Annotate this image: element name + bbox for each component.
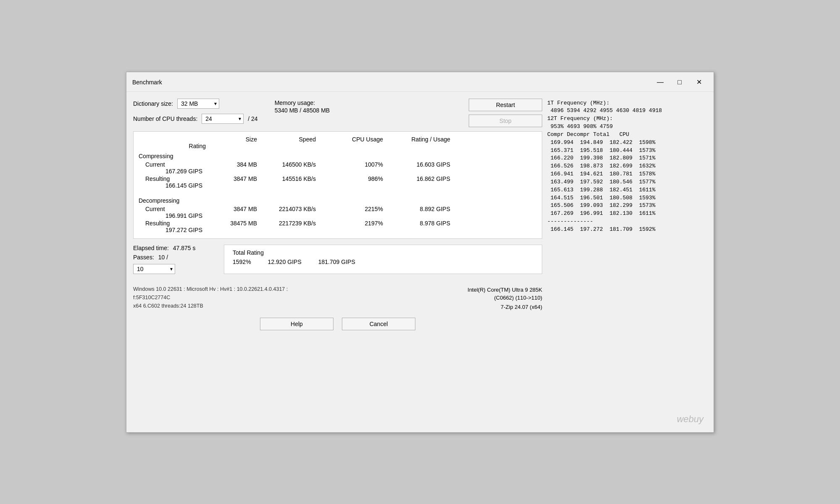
main-content: Dictionary size: 32 MB Number of CPU thr… (126, 92, 714, 432)
dictionary-select[interactable]: 32 MB (177, 99, 219, 109)
threads-label: Number of CPU threads: (133, 115, 197, 122)
compressing-label: Compressing (139, 153, 537, 159)
passes-value: 10 / (158, 254, 168, 261)
window-controls: — □ ✕ (651, 76, 709, 89)
elapsed-value: 47.875 s (173, 245, 196, 251)
total-rating-gips1: 12.920 GIPS (268, 259, 302, 265)
sys-line3: x64 6.C602 threads:24 128TB (133, 302, 467, 310)
dictionary-size-group: Dictionary size: 32 MB (133, 99, 258, 109)
cpu-app-info: Intel(R) Core(TM) Ultra 9 285K (C0662) (… (467, 286, 542, 310)
cancel-button[interactable]: Cancel (342, 318, 415, 330)
table-row: Resulting 3847 MB 145516 KB/s 986% 16.86… (139, 175, 537, 189)
table-row: Resulting 38475 MB 2217239 KB/s 2197% 8.… (139, 220, 537, 233)
minimize-button[interactable]: — (651, 76, 670, 89)
dictionary-label: Dictionary size: (133, 100, 173, 107)
sys-line2: f:5F310C2774C (133, 293, 467, 302)
cpu-line1: Intel(R) Core(TM) Ultra 9 285K (467, 286, 542, 294)
table-row: Current 384 MB 146500 KB/s 1007% 16.603 … (139, 161, 537, 175)
help-button[interactable]: Help (260, 318, 333, 330)
table-row: Current 3847 MB 2214073 KB/s 2215% 8.892… (139, 206, 537, 219)
dictionary-select-wrapper[interactable]: 32 MB (177, 99, 219, 109)
cpu-info: Intel(R) Core(TM) Ultra 9 285K (C0662) (… (467, 286, 542, 302)
decompressing-label: Decompressing (139, 197, 537, 204)
bottom-section: Elapsed time: 47.875 s Passes: 10 / 10 (133, 245, 542, 274)
passes-select-wrapper[interactable]: 10 (133, 264, 217, 274)
results-table: Size Speed CPU Usage Rating / Usage Rati… (133, 131, 542, 239)
total-rating-box: Total Rating 1592% 12.920 GIPS 181.709 G… (224, 245, 542, 274)
close-button[interactable]: ✕ (689, 76, 709, 89)
maximize-button[interactable]: □ (670, 76, 689, 89)
memory-info: Memory usage: 5340 MB / 48508 MB (275, 99, 330, 114)
table-header: Size Speed CPU Usage Rating / Usage Rati… (139, 136, 537, 149)
header-size: Size (206, 136, 260, 143)
footer-info: Windows 10.0 22631 : Microsoft Hv : Hv#1… (133, 285, 542, 310)
threads-max: / 24 (248, 115, 257, 122)
cpu-line2: (C0662) (110->110) (467, 294, 542, 302)
header-speed: Speed (260, 136, 319, 143)
threads-group: Number of CPU threads: 24 / 24 (133, 114, 258, 124)
window-title: Benchmark (132, 79, 651, 86)
elapsed-panel: Elapsed time: 47.875 s Passes: 10 / 10 (133, 245, 217, 274)
passes-row: Passes: 10 / (133, 254, 217, 261)
elapsed-row: Elapsed time: 47.875 s (133, 245, 217, 251)
action-buttons: Restart Stop (469, 99, 542, 127)
sys-line1: Windows 10.0 22631 : Microsoft Hv : Hv#1… (133, 285, 467, 293)
total-rating-pct: 1592% (233, 259, 251, 265)
passes-select[interactable]: 10 (133, 264, 175, 274)
memory-label: Memory usage: (275, 99, 330, 106)
stop-button[interactable]: Stop (469, 115, 542, 127)
total-rating-values: 1592% 12.920 GIPS 181.709 GIPS (233, 259, 533, 265)
threads-select[interactable]: 24 (202, 114, 244, 124)
total-rating-title: Total Rating (233, 249, 533, 256)
header-cpu: CPU Usage (319, 136, 386, 143)
threads-select-wrapper[interactable]: 24 (202, 114, 244, 124)
header-rating-usage: Rating / Usage (386, 136, 454, 143)
memory-value: 5340 MB / 48508 MB (275, 107, 330, 114)
total-rating-gips2: 181.709 GIPS (318, 259, 355, 265)
footer-buttons: Help Cancel (133, 318, 542, 332)
sys-info: Windows 10.0 22631 : Microsoft Hv : Hv#1… (133, 285, 467, 310)
titlebar: Benchmark — □ ✕ (126, 72, 714, 92)
top-controls: Dictionary size: 32 MB Number of CPU thr… (133, 99, 542, 127)
app-version: 7-Zip 24.07 (x64) (467, 304, 542, 310)
left-panel: Dictionary size: 32 MB Number of CPU thr… (133, 99, 542, 427)
watermark: webuy (677, 414, 704, 425)
header-rating: Rating (139, 143, 206, 149)
passes-label: Passes: (133, 254, 154, 261)
restart-button[interactable]: Restart (469, 99, 542, 111)
right-panel: 1T Frequency (MHz): 4896 5394 4292 4955 … (547, 99, 707, 427)
elapsed-label: Elapsed time: (133, 245, 169, 251)
